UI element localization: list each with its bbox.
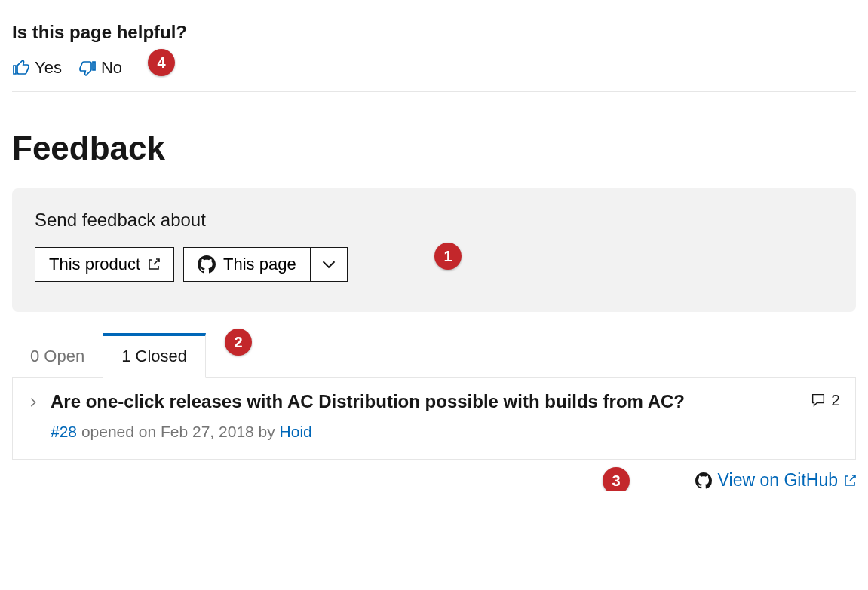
chevron-down-icon xyxy=(321,257,336,272)
send-feedback-label: Send feedback about xyxy=(35,209,833,231)
comment-count: 2 xyxy=(810,391,840,409)
send-feedback-box: Send feedback about This product This pa… xyxy=(12,188,856,312)
feedback-footer-row: 3 View on GitHub xyxy=(12,470,856,491)
comment-count-value: 2 xyxy=(831,391,840,409)
feedback-buttons-row: This product This page 1 xyxy=(35,247,833,282)
issue-opened-text: opened on Feb 27, 2018 by xyxy=(77,423,280,440)
this-page-button-group: This page xyxy=(183,247,348,282)
this-page-label: This page xyxy=(223,255,296,274)
issue-meta: #28 opened on Feb 27, 2018 by Hoid xyxy=(51,423,798,441)
annotation-marker-3: 3 xyxy=(603,467,630,491)
is-page-helpful-section: Is this page helpful? Yes No 4 xyxy=(12,8,856,92)
chevron-right-icon xyxy=(28,394,38,411)
this-page-button[interactable]: This page xyxy=(183,247,310,282)
issue-author-link[interactable]: Hoid xyxy=(280,423,312,440)
yes-button[interactable]: Yes xyxy=(12,58,62,78)
no-button[interactable]: No xyxy=(78,58,122,78)
no-label: No xyxy=(101,58,122,78)
external-link-icon xyxy=(844,475,856,487)
annotation-marker-1: 1 xyxy=(434,243,462,270)
github-icon xyxy=(198,255,216,274)
thumbs-down-icon xyxy=(78,59,97,77)
view-on-github-label: View on GitHub xyxy=(718,470,838,491)
issue-main: Are one-click releases with AC Distribut… xyxy=(51,391,798,441)
issue-title: Are one-click releases with AC Distribut… xyxy=(51,391,798,412)
yes-label: Yes xyxy=(35,58,62,78)
comment-icon xyxy=(810,392,827,408)
helpful-buttons-row: Yes No 4 xyxy=(12,58,856,78)
tab-open[interactable]: 0 Open xyxy=(12,333,103,377)
helpful-title: Is this page helpful? xyxy=(12,22,856,43)
tab-closed[interactable]: 1 Closed xyxy=(103,333,206,378)
feedback-tabs: 0 Open 1 Closed 2 xyxy=(12,333,856,377)
thumbs-up-icon xyxy=(12,59,30,77)
issue-number-link[interactable]: #28 xyxy=(51,423,77,440)
feedback-heading: Feedback xyxy=(12,130,856,167)
view-on-github-link[interactable]: View on GitHub xyxy=(695,470,856,491)
annotation-marker-4: 4 xyxy=(148,49,175,76)
this-product-button[interactable]: This product xyxy=(35,247,174,282)
annotation-marker-2: 2 xyxy=(225,329,252,356)
github-icon xyxy=(695,472,712,489)
issues-panel: Are one-click releases with AC Distribut… xyxy=(12,377,856,460)
issue-row[interactable]: Are one-click releases with AC Distribut… xyxy=(28,391,840,441)
this-product-label: This product xyxy=(49,255,140,274)
external-link-icon xyxy=(148,258,160,271)
this-page-dropdown-button[interactable] xyxy=(310,247,348,282)
